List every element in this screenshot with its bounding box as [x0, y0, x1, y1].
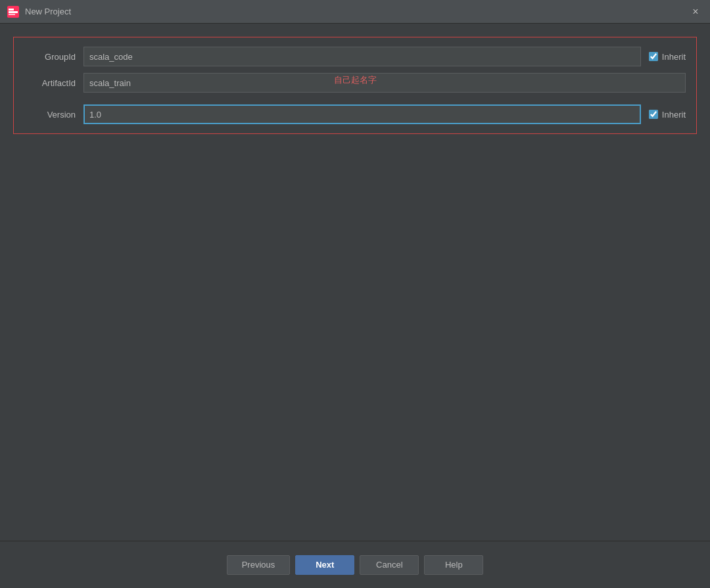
title-bar: New Project × — [0, 0, 710, 24]
version-inherit-label: Inherit — [662, 110, 686, 120]
artifactid-input[interactable] — [83, 73, 686, 93]
version-input[interactable] — [83, 104, 641, 124]
dialog-footer: Previous Next Cancel Help — [0, 541, 710, 588]
form-section: GroupId Inherit ArtifactId 自己起名字 Version — [13, 37, 697, 134]
groupid-row: GroupId Inherit — [24, 47, 686, 66]
previous-button[interactable]: Previous — [227, 555, 291, 575]
groupid-input[interactable] — [83, 47, 641, 66]
artifactid-label: ArtifactId — [24, 78, 83, 88]
groupid-label: GroupId — [24, 52, 83, 62]
app-icon — [7, 5, 20, 18]
new-project-dialog: New Project × GroupId Inherit ArtifactId — [0, 0, 710, 588]
svg-rect-3 — [9, 14, 15, 15]
cancel-button[interactable]: Cancel — [360, 555, 419, 575]
artifactid-annotation-wrapper: ArtifactId 自己起名字 — [24, 73, 686, 93]
version-row: Version Inherit — [24, 104, 686, 124]
svg-rect-1 — [9, 11, 18, 13]
dialog-content: GroupId Inherit ArtifactId 自己起名字 Version — [0, 24, 710, 588]
next-button[interactable]: Next — [295, 555, 354, 575]
version-label: Version — [24, 110, 83, 120]
title-bar-left: New Project — [7, 5, 71, 18]
groupid-inherit-checkbox[interactable] — [649, 52, 658, 61]
close-button[interactable]: × — [688, 4, 703, 20]
artifactid-row: ArtifactId — [24, 73, 686, 93]
groupid-inherit-container: Inherit — [649, 52, 686, 62]
version-inherit-checkbox[interactable] — [649, 110, 658, 119]
svg-rect-2 — [9, 9, 14, 11]
version-inherit-container: Inherit — [649, 110, 686, 120]
groupid-inherit-label: Inherit — [662, 52, 686, 62]
help-button[interactable]: Help — [424, 555, 483, 575]
window-title: New Project — [25, 7, 71, 16]
